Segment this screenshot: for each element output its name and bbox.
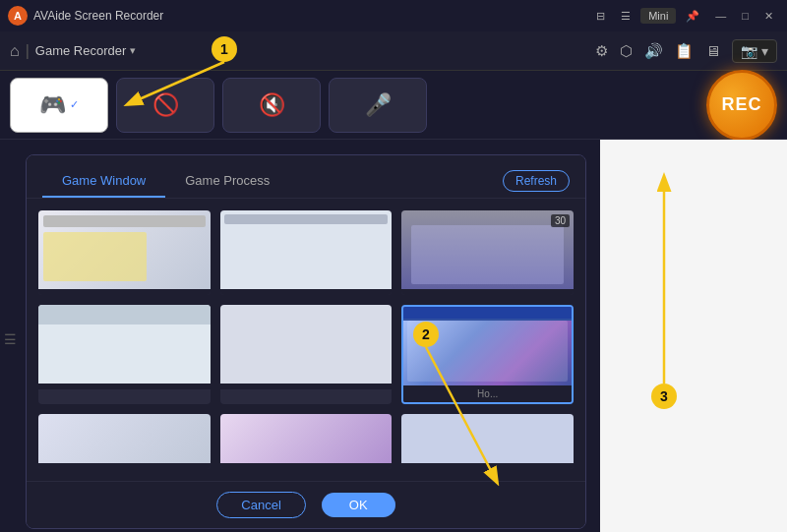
thumb-preview-5 — [220, 305, 393, 384]
game-controller-icon: 🎮 — [39, 92, 66, 118]
toolbar: 🎮 ✓ 🚫 🔇 🎤 REC — [0, 71, 787, 140]
thumb-label-4 — [38, 384, 211, 389]
thumb-preview-2 — [220, 210, 393, 289]
export-icon[interactable]: ⬡ — [620, 42, 633, 60]
thumbnail-2[interactable] — [220, 210, 393, 295]
thumb-label-9 — [401, 463, 574, 469]
tool-check-icon: ✓ — [70, 98, 79, 111]
rec-button-container: REC — [706, 70, 777, 141]
thumbnail-6-selected[interactable]: Ho... — [401, 305, 574, 404]
thumbnail-5[interactable] — [220, 305, 393, 404]
mini-btn[interactable]: Mini — [640, 8, 676, 24]
right-panel — [600, 140, 787, 532]
app-logo: A — [8, 6, 28, 26]
tab-game-process[interactable]: Game Process — [165, 165, 289, 198]
mic-tool[interactable]: 🎤 — [329, 78, 427, 133]
thumbnail-1[interactable] — [38, 210, 211, 295]
thumbnail-4[interactable] — [38, 305, 211, 404]
nav-bar: ⌂ | Game Recorder ▾ ⚙ ⬡ 🔊 📋 🖥 📷 ▾ — [0, 31, 787, 71]
thumb-preview-3 — [401, 210, 574, 289]
thumb-number-badge: 30 — [551, 214, 570, 227]
thumb-preview-8 — [220, 414, 393, 463]
thumb-preview-6 — [403, 307, 572, 385]
thumbnail-8[interactable] — [220, 414, 393, 469]
nav-title: Game Recorder — [35, 43, 126, 58]
thumb-label-8 — [220, 463, 393, 469]
webcam-tool[interactable]: 🚫 — [116, 78, 214, 133]
mic-muted-icon: 🎤 — [365, 92, 392, 118]
thumb-preview-4 — [38, 305, 211, 384]
thumb-label-1 — [38, 289, 211, 295]
tab-game-window[interactable]: Game Window — [42, 165, 165, 198]
close-btn[interactable]: ✕ — [758, 8, 779, 25]
menu-btn[interactable]: ☰ — [615, 8, 636, 25]
dialog-footer: Cancel OK — [27, 481, 585, 528]
game-window-dialog: Game Window Game Process Refresh — [26, 154, 586, 529]
thumb-label-2 — [220, 289, 393, 295]
thumbnail-7[interactable] — [38, 414, 211, 469]
audio-icon[interactable]: 🔊 — [644, 42, 663, 60]
maximize-btn[interactable]: □ — [736, 8, 755, 24]
camera-button[interactable]: 📷 ▾ — [732, 39, 777, 63]
thumbnail-9[interactable] — [401, 414, 574, 469]
thumb-label-7 — [38, 463, 211, 469]
main-content: ☰ Game Window Game Process Refresh — [0, 140, 787, 532]
cancel-button[interactable]: Cancel — [216, 492, 305, 518]
settings-icon[interactable]: ⚙ — [595, 42, 608, 60]
app-title: AVAide Screen Recorder — [33, 9, 590, 23]
app-window: A AVAide Screen Recorder ⊟ ☰ Mini 📌 — □ … — [0, 0, 787, 532]
refresh-button[interactable]: Refresh — [503, 170, 570, 192]
dialog-tabs: Game Window Game Process Refresh — [27, 155, 585, 199]
display-icon[interactable]: 🖥 — [705, 42, 720, 59]
thumb-label-3 — [401, 289, 574, 295]
sidebar-toggle-icon[interactable]: ☰ — [4, 331, 17, 347]
clipboard-icon[interactable]: 📋 — [675, 42, 694, 60]
thumbnail-3[interactable]: 30 — [401, 210, 574, 295]
thumb-preview-9 — [401, 414, 574, 463]
rec-label: REC — [721, 94, 761, 115]
home-icon[interactable]: ⌂ — [10, 42, 20, 60]
title-bar: A AVAide Screen Recorder ⊟ ☰ Mini 📌 — □ … — [0, 0, 787, 31]
nav-right: ⚙ ⬡ 🔊 📋 🖥 📷 ▾ — [595, 39, 777, 63]
camera-icon: 📷 — [741, 43, 757, 59]
thumb-label-6: Ho... — [403, 385, 572, 402]
nav-separator: | — [26, 42, 30, 60]
dialog-body: 30 Ho... — [27, 199, 585, 481]
webcam-icon: 🚫 — [152, 92, 179, 118]
nav-chevron-icon[interactable]: ▾ — [130, 44, 136, 57]
thumb-preview-7 — [38, 414, 211, 463]
thumb-label-5 — [220, 384, 393, 389]
minimize-btn[interactable]: — — [709, 8, 732, 24]
thumb-preview-1 — [38, 210, 211, 289]
title-bar-controls: ⊟ ☰ Mini 📌 — □ ✕ — [590, 8, 779, 25]
ok-button[interactable]: OK — [322, 493, 395, 517]
speaker-muted-icon: 🔇 — [259, 92, 285, 118]
speaker-tool[interactable]: 🔇 — [222, 78, 321, 133]
camera-chevron-icon: ▾ — [761, 43, 768, 59]
game-controller-tool[interactable]: 🎮 ✓ — [10, 78, 108, 133]
rec-button[interactable]: REC — [706, 70, 777, 141]
subtitle-btn[interactable]: ⊟ — [590, 8, 611, 25]
pin-btn[interactable]: 📌 — [680, 8, 705, 25]
